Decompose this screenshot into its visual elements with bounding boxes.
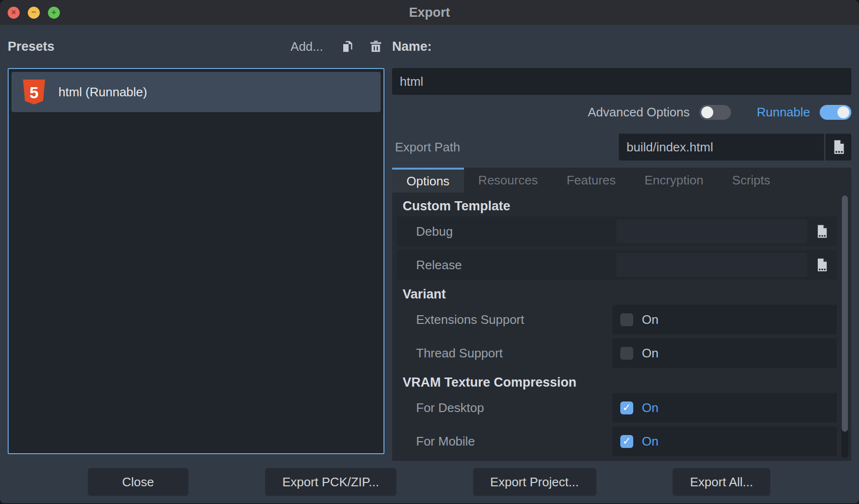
file-dialog-icon	[814, 224, 829, 239]
tab-encryption[interactable]: Encryption	[630, 168, 718, 193]
export-all-button[interactable]: Export All...	[673, 468, 770, 496]
release-label: Release	[397, 258, 613, 273]
minimize-window-button[interactable]: −	[28, 7, 40, 19]
preset-item-label: html (Runnable)	[58, 85, 147, 100]
extensions-support-checkbox[interactable]	[620, 313, 633, 326]
section-variant: Variant	[397, 284, 837, 305]
dialog-body: Presets Add...	[0, 25, 859, 461]
debug-browse-button[interactable]	[810, 219, 833, 243]
release-browse-button[interactable]	[810, 253, 833, 277]
file-dialog-icon	[830, 139, 847, 155]
options-scrollbar[interactable]	[841, 195, 848, 458]
duplicate-preset-button[interactable]	[339, 38, 357, 55]
for-desktop-label: For Desktop	[397, 401, 613, 415]
runnable-label: Runnable	[757, 105, 810, 120]
delete-preset-button[interactable]	[367, 38, 384, 55]
name-row: Name:	[392, 25, 851, 68]
html5-icon: 5	[23, 80, 45, 104]
extensions-support-label: Extensions Support	[397, 312, 613, 327]
row-release: Release	[397, 250, 837, 280]
preset-item-html[interactable]: 5 html (Runnable)	[12, 72, 381, 112]
presets-title: Presets	[8, 39, 55, 54]
for-desktop-state: On	[642, 401, 659, 415]
for-desktop-checkbox[interactable]: ✓	[620, 401, 633, 414]
export-dialog: × − + Export Presets Add...	[0, 0, 859, 504]
section-html: HTML	[397, 460, 837, 461]
advanced-options-toggle[interactable]	[699, 105, 731, 120]
export-pck-zip-button[interactable]: Export PCK/ZIP...	[265, 468, 396, 496]
export-path-row: Export Path build/index.html	[392, 131, 851, 163]
row-for-desktop: For Desktop ✓ On	[397, 393, 837, 423]
tab-features[interactable]: Features	[552, 168, 630, 193]
duplicate-icon	[341, 39, 355, 54]
debug-path-input[interactable]	[616, 219, 807, 243]
thread-support-checkbox[interactable]	[620, 347, 633, 360]
advanced-options-label: Advanced Options	[588, 105, 689, 120]
scrollbar-thumb[interactable]	[842, 195, 848, 432]
row-for-mobile: For Mobile ✓ On	[397, 426, 837, 456]
debug-label: Debug	[397, 224, 613, 239]
close-button[interactable]: Close	[88, 468, 188, 496]
tab-resources[interactable]: Resources	[464, 168, 552, 193]
name-label: Name:	[392, 39, 432, 54]
file-dialog-icon	[814, 257, 829, 273]
preset-list[interactable]: 5 html (Runnable)	[8, 68, 384, 454]
row-thread-support: Thread Support On	[397, 338, 837, 368]
thread-support-label: Thread Support	[397, 346, 613, 361]
tab-bar: Options Resources Features Encryption Sc…	[392, 168, 851, 193]
dialog-footer: Close Export PCK/ZIP... Export Project..…	[0, 461, 859, 503]
row-extensions-support: Extensions Support On	[397, 305, 837, 334]
export-path-browse-button[interactable]	[825, 134, 851, 160]
titlebar: × − + Export	[0, 0, 859, 25]
preset-details-panel: Name: html Advanced Options Runnable Exp…	[392, 25, 851, 461]
options-panel: Custom Template Debug	[392, 193, 851, 461]
maximize-window-button[interactable]: +	[48, 7, 60, 19]
window-title: Export	[409, 5, 450, 20]
export-path-label: Export Path	[395, 140, 460, 155]
export-path-input[interactable]: build/index.html	[619, 134, 824, 160]
section-vram-texture-compression: VRAM Texture Compression	[397, 372, 837, 393]
section-custom-template: Custom Template	[397, 195, 837, 217]
row-debug: Debug	[397, 217, 837, 246]
tab-scripts[interactable]: Scripts	[718, 168, 784, 193]
trash-icon	[369, 39, 383, 54]
thread-support-state: On	[642, 346, 659, 361]
presets-header: Presets Add...	[8, 25, 384, 68]
for-mobile-checkbox[interactable]: ✓	[620, 435, 633, 448]
name-input[interactable]: html	[392, 68, 851, 95]
runnable-toggle[interactable]	[820, 105, 851, 120]
close-window-button[interactable]: ×	[8, 7, 20, 19]
toggles-row: Advanced Options Runnable	[392, 95, 851, 129]
for-mobile-label: For Mobile	[397, 434, 613, 449]
tab-options[interactable]: Options	[392, 168, 464, 193]
window-controls: × − +	[8, 0, 60, 25]
add-preset-button[interactable]: Add...	[290, 39, 323, 54]
extensions-support-state: On	[642, 312, 659, 327]
release-path-input[interactable]	[616, 253, 807, 277]
for-mobile-state: On	[642, 434, 659, 449]
export-project-button[interactable]: Export Project...	[473, 468, 596, 496]
presets-panel: Presets Add...	[8, 25, 384, 461]
